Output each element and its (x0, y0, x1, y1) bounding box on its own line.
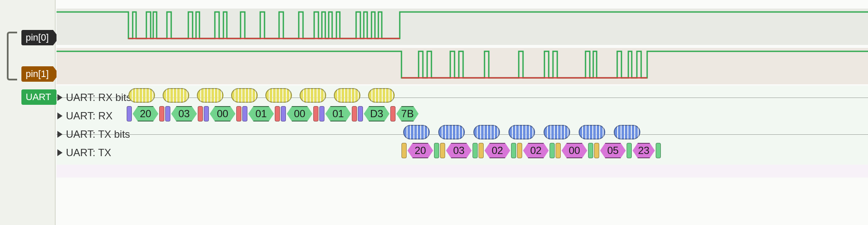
start-bit-marker (281, 106, 286, 121)
tx-byte: 00 (562, 143, 587, 158)
channel-group-bracket (7, 32, 17, 80)
rx-byte: D3 (364, 106, 389, 121)
channel-tag-pin0[interactable]: pin[0] (21, 30, 53, 45)
stop-bit-marker (473, 143, 478, 158)
bit-cluster (614, 125, 640, 139)
stop-bit-marker (627, 143, 632, 158)
decoder-tag-label: UART (26, 92, 51, 103)
bit-cluster (473, 125, 500, 139)
byte-value: 01 (330, 106, 346, 121)
stop-bit-marker (434, 143, 439, 158)
row-label: UART: RX bits (66, 92, 131, 104)
tx-byte: 02 (485, 143, 510, 158)
start-bit-marker (556, 143, 561, 158)
decoder-row-rx: UART: RX 20 03 00 01 00 01 D3 7B (56, 106, 868, 126)
byte-value: 02 (490, 143, 505, 158)
waveform-pin1 (56, 48, 868, 84)
byte-value: 20 (138, 106, 153, 121)
byte-value: 7B (401, 106, 413, 121)
decoder-tag-uart[interactable]: UART (21, 89, 56, 105)
stop-bit-marker (159, 106, 164, 121)
stop-bit-marker (198, 106, 203, 121)
byte-value: 20 (413, 143, 428, 158)
tx-byte: 02 (523, 143, 549, 158)
stop-bit-marker (352, 106, 357, 121)
start-bit-marker (204, 106, 209, 121)
byte-value: 03 (451, 143, 467, 158)
decoder-row-rx-bits: UART: RX bits (56, 88, 868, 107)
bit-cluster (508, 125, 535, 139)
start-bit-marker (440, 143, 445, 158)
start-bit-marker (479, 143, 484, 158)
row-label: UART: TX (66, 147, 111, 159)
channel-tag-label: pin[1] (26, 68, 49, 80)
bit-cluster (368, 88, 395, 103)
bit-cluster (579, 125, 605, 139)
byte-value: D3 (369, 106, 384, 121)
start-bit-marker (165, 106, 170, 121)
byte-value: 01 (253, 106, 269, 121)
rx-byte: 7B (396, 106, 419, 121)
channel-tag-label: pin[0] (26, 32, 49, 43)
byte-value: 00 (292, 106, 307, 121)
bit-cluster (544, 125, 570, 139)
bit-cluster (197, 88, 223, 103)
byte-value: 05 (605, 143, 621, 158)
row-label: UART: RX (66, 110, 113, 122)
start-bit-marker (594, 143, 599, 158)
bit-cluster (300, 88, 326, 103)
rx-byte: 20 (133, 106, 158, 121)
bit-cluster (128, 88, 155, 103)
bit-cluster (265, 88, 292, 103)
byte-value: 02 (528, 143, 544, 158)
rx-byte: 03 (171, 106, 197, 121)
rx-byte: 01 (325, 106, 351, 121)
start-bit-marker (127, 106, 132, 121)
byte-value: 00 (215, 106, 230, 121)
byte-value: 00 (567, 143, 582, 158)
stop-bit-marker (236, 106, 241, 121)
stop-bit-marker (390, 106, 395, 121)
stop-bit-marker (511, 143, 516, 158)
bit-cluster (163, 88, 189, 103)
bit-cluster (438, 125, 465, 139)
waveform-lane-pin0 (56, 9, 868, 45)
bit-cluster (403, 125, 430, 139)
bit-cluster (231, 88, 258, 103)
stop-bit-marker (550, 143, 555, 158)
start-bit-marker (358, 106, 363, 121)
start-bit-marker (517, 143, 522, 158)
expand-icon[interactable] (57, 94, 62, 101)
start-bit-marker (319, 106, 324, 121)
bit-cluster (334, 88, 360, 103)
tx-byte: 20 (407, 143, 433, 158)
rx-byte: 00 (210, 106, 235, 121)
waveform-lane-pin1 (56, 48, 868, 84)
start-bit-marker (401, 143, 407, 158)
tx-byte: 23 (633, 143, 655, 158)
stop-bit-marker (656, 143, 661, 158)
channel-tag-pin1[interactable]: pin[1] (21, 66, 53, 82)
decoder-row-tx-bits: UART: TX bits (56, 124, 868, 144)
rx-byte: 01 (248, 106, 274, 121)
row-label: UART: TX bits (66, 128, 130, 140)
tx-byte: 03 (446, 143, 472, 158)
expand-icon[interactable] (57, 131, 62, 138)
expand-icon[interactable] (57, 149, 62, 156)
decoder-row-tx: UART: TX 20 03 02 02 00 05 23 (56, 143, 868, 163)
start-bit-marker (242, 106, 247, 121)
byte-value: 03 (176, 106, 192, 121)
byte-value: 23 (638, 143, 650, 158)
decoder-zone-extra (56, 165, 868, 178)
plot-area[interactable]: UART: RX bits UART: RX 20 03 00 01 (56, 0, 868, 225)
sidebar: pin[0] pin[1] UART (0, 0, 56, 225)
stop-bit-marker (588, 143, 593, 158)
tx-byte: 05 (600, 143, 626, 158)
rx-byte: 00 (287, 106, 312, 121)
stop-bit-marker (275, 106, 280, 121)
expand-icon[interactable] (57, 112, 62, 119)
stop-bit-marker (313, 106, 318, 121)
waveform-pin0 (56, 9, 868, 45)
